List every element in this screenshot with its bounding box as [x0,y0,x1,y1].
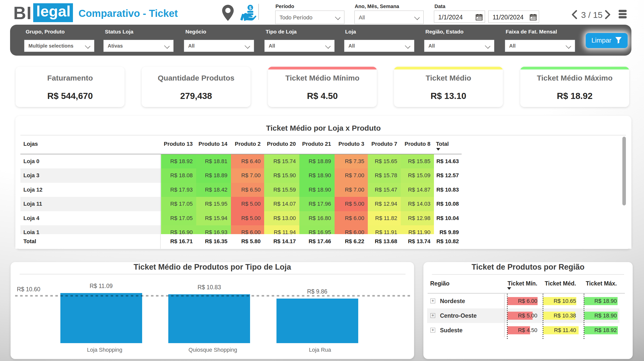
svg-text:$: $ [249,6,252,10]
